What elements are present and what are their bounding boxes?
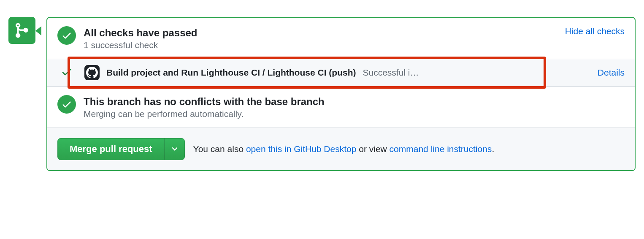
- caret-down-icon: [172, 147, 178, 151]
- merge-note-prefix: You can also: [193, 144, 246, 154]
- success-check-icon: [57, 26, 76, 45]
- conflicts-subtitle: Merging can be performed automatically.: [84, 109, 625, 119]
- merge-pull-request-button[interactable]: Merge pull request: [57, 138, 165, 160]
- check-item-row: Build project and Run Lighthouse CI / Li…: [47, 59, 635, 87]
- toggle-checks-link[interactable]: Hide all checks: [565, 26, 625, 36]
- check-status-icon: [61, 66, 73, 79]
- merge-footer: Merge pull request You can also open thi…: [47, 128, 635, 170]
- cli-instructions-link[interactable]: command line instructions: [390, 144, 492, 154]
- merge-note: You can also open this in GitHub Desktop…: [193, 144, 495, 154]
- git-merge-icon: [8, 17, 35, 44]
- check-status-text: Successful i…: [363, 68, 590, 78]
- merge-note-middle: or view: [356, 144, 389, 154]
- merge-dropdown-button[interactable]: [165, 138, 185, 160]
- merge-status-box: All checks have passed 1 successful chec…: [46, 17, 636, 171]
- check-details-link[interactable]: Details: [598, 68, 625, 78]
- checks-subtitle: 1 successful check: [84, 40, 560, 50]
- checks-title: All checks have passed: [84, 26, 560, 39]
- open-desktop-link[interactable]: open this in GitHub Desktop: [246, 144, 356, 154]
- github-actions-icon: [84, 65, 100, 80]
- checks-summary-section: All checks have passed 1 successful chec…: [47, 18, 635, 59]
- conflicts-title: This branch has no conflicts with the ba…: [84, 95, 625, 108]
- merge-button-group: Merge pull request: [57, 138, 185, 160]
- success-check-icon: [57, 95, 76, 114]
- check-name[interactable]: Build project and Run Lighthouse CI / Li…: [106, 68, 356, 78]
- merge-note-suffix: .: [492, 144, 494, 154]
- conflicts-section: This branch has no conflicts with the ba…: [47, 87, 635, 128]
